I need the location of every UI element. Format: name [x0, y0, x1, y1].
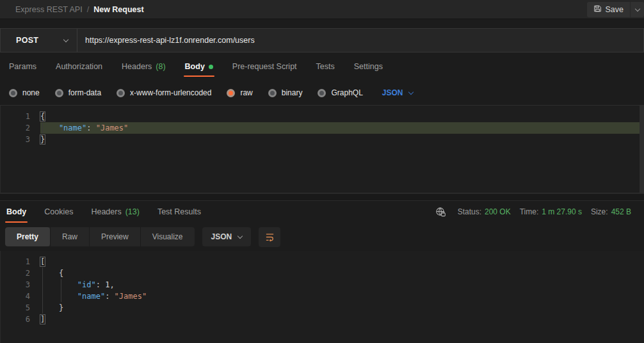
- tab-pre-request-script[interactable]: Pre-request Script: [231, 54, 298, 79]
- response-language-label: JSON: [211, 232, 232, 241]
- spacer: [0, 19, 644, 28]
- breadcrumb-collection[interactable]: Express REST API: [15, 5, 83, 14]
- token: :: [105, 292, 114, 301]
- token: ]: [40, 315, 45, 324]
- code-line: 1{: [4, 111, 644, 122]
- body-mode-raw[interactable]: raw: [227, 88, 252, 97]
- body-mode-binary[interactable]: binary: [268, 88, 303, 97]
- status-pair[interactable]: Status: 200 OK: [458, 207, 511, 216]
- response-language-dropdown[interactable]: JSON: [202, 227, 252, 246]
- body-mode-graphql[interactable]: GraphQL: [318, 88, 362, 97]
- time-pair[interactable]: Time: 1 m 27.90 s: [520, 207, 582, 216]
- line-number: 6: [4, 314, 30, 325]
- body-mode-label: GraphQL: [331, 88, 362, 97]
- line-number: 3: [4, 279, 30, 291]
- body-mode-x-www-form-urlencoded[interactable]: x-www-form-urlencoded: [117, 88, 211, 97]
- tab-label: Cookies: [44, 207, 73, 216]
- response-code-lines: 1[2{3"id": 1,4"name": "James"5}6]: [4, 256, 644, 325]
- raw-language-label: JSON: [382, 88, 403, 97]
- radio-icon: [9, 89, 17, 97]
- code-content: "name": "James": [40, 122, 644, 134]
- view-pretty[interactable]: Pretty: [5, 227, 50, 246]
- radio-icon: [268, 89, 277, 97]
- tab-label: Authorization: [56, 62, 102, 71]
- response-view-row: PrettyRawPreviewVisualize JSON: [0, 223, 644, 251]
- editor-scrollbar[interactable]: [640, 106, 644, 193]
- section-divider: [0, 193, 644, 201]
- response-view-switcher: PrettyRawPreviewVisualize: [5, 227, 195, 246]
- tab-settings[interactable]: Settings: [353, 54, 384, 79]
- wrap-lines-icon: [265, 232, 275, 242]
- body-mode-form-data[interactable]: form-data: [55, 88, 101, 97]
- token: "James": [96, 124, 129, 132]
- tab-tests[interactable]: Tests: [315, 54, 336, 79]
- size-value: 452 B: [611, 207, 631, 216]
- code-content: [: [40, 256, 644, 267]
- method-selector[interactable]: POST: [1, 29, 77, 52]
- view-preview[interactable]: Preview: [89, 227, 140, 246]
- token: :: [96, 280, 105, 289]
- body-mode-none[interactable]: none: [9, 88, 40, 97]
- network-globe-lock-icon[interactable]: [435, 207, 446, 218]
- tab-label: Body: [6, 207, 26, 216]
- tab-body[interactable]: Body: [184, 54, 214, 79]
- time-label: Time:: [520, 207, 539, 216]
- tab-cookies[interactable]: Cookies: [43, 201, 74, 223]
- view-visualize[interactable]: Visualize: [140, 227, 195, 246]
- save-button-group: Save: [587, 2, 644, 17]
- token: "id": [77, 280, 96, 289]
- code-line: 5}: [4, 302, 644, 314]
- token: "name": [77, 292, 105, 301]
- code-content: }: [40, 134, 644, 145]
- body-mode-radios: noneform-datax-www-form-urlencodedrawbin…: [9, 88, 363, 97]
- time-value: 1 m 27.90 s: [542, 207, 582, 216]
- token: {: [59, 269, 63, 278]
- tab-params[interactable]: Params: [8, 54, 38, 79]
- tab-authorization[interactable]: Authorization: [54, 54, 104, 79]
- tab-count-badge: (13): [125, 207, 140, 216]
- save-button-label: Save: [606, 5, 624, 14]
- tab-count-badge: (8): [156, 62, 165, 71]
- code-content: {: [40, 111, 644, 122]
- body-mode-row: noneform-datax-www-form-urlencodedrawbin…: [0, 81, 644, 105]
- code-line: 4"name": "James": [4, 291, 644, 302]
- radio-icon: [55, 89, 63, 97]
- view-raw[interactable]: Raw: [50, 227, 89, 246]
- tab-body[interactable]: Body: [5, 201, 28, 223]
- code-content: "name": "James": [40, 291, 644, 302]
- tab-headers[interactable]: Headers(13): [90, 201, 140, 223]
- save-options-button[interactable]: [630, 2, 644, 17]
- indent-guide: [42, 122, 43, 134]
- line-number: 1: [4, 256, 30, 267]
- method-label: POST: [16, 36, 38, 45]
- code-content: "id": 1,: [40, 279, 644, 291]
- chevron-down-icon: [408, 89, 413, 94]
- raw-language-dropdown[interactable]: JSON: [382, 88, 413, 97]
- url-input[interactable]: [77, 29, 643, 52]
- code-line: 1[: [4, 256, 644, 267]
- save-button[interactable]: Save: [587, 2, 631, 17]
- breadcrumb-request-name[interactable]: New Request: [93, 5, 144, 14]
- chevron-down-icon: [634, 6, 640, 11]
- save-floppy-icon: [593, 4, 602, 15]
- size-pair[interactable]: Size: 452 B: [591, 207, 631, 216]
- token: }: [40, 135, 45, 144]
- tab-label: Headers: [91, 207, 121, 216]
- wrap-lines-button[interactable]: [259, 227, 280, 247]
- body-mode-label: none: [22, 88, 40, 97]
- indent-guide: [42, 267, 43, 314]
- chevron-down-icon: [237, 233, 243, 238]
- request-body-editor[interactable]: 1{2"name": "James"3}: [0, 105, 644, 193]
- line-number: 1: [4, 111, 30, 122]
- size-label: Size:: [591, 207, 608, 216]
- response-body-viewer[interactable]: 1[2{3"id": 1,4"name": "James"5}6]: [0, 251, 644, 343]
- tab-headers[interactable]: Headers(8): [120, 54, 167, 79]
- body-mode-label: x-www-form-urlencoded: [130, 88, 211, 97]
- status-value: 200 OK: [485, 207, 511, 216]
- code-line: 2{: [4, 267, 644, 279]
- code-content: {: [40, 267, 644, 279]
- code-line: 3}: [4, 134, 644, 145]
- tab-test-results[interactable]: Test Results: [156, 201, 202, 223]
- tab-label: Test Results: [157, 207, 201, 216]
- token: :: [86, 124, 95, 132]
